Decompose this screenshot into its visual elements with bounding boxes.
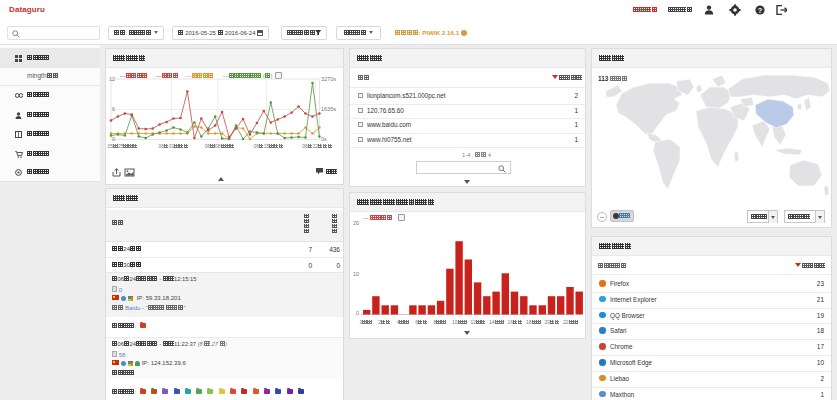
- svg-text:?: ?: [758, 6, 763, 15]
